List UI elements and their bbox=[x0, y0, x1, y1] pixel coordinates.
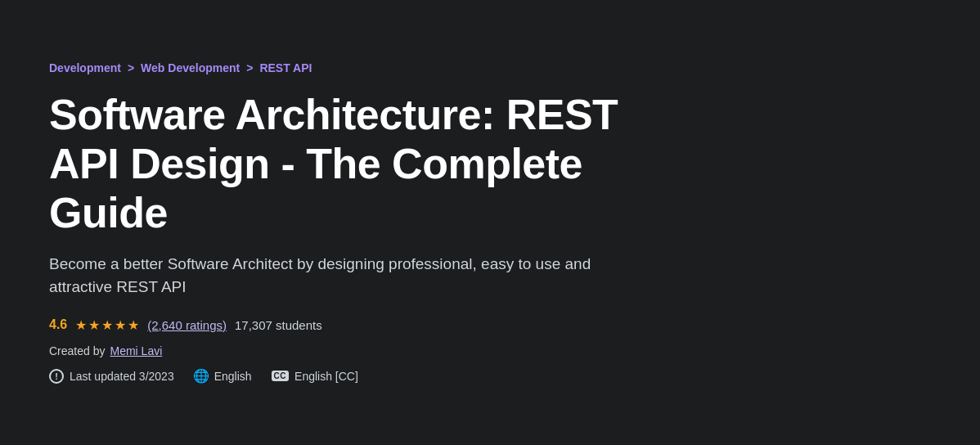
breadcrumb-web-development[interactable]: Web Development bbox=[141, 61, 240, 74]
cc-icon: CC bbox=[272, 371, 289, 381]
language-text: English bbox=[214, 370, 252, 383]
instructor-link[interactable]: Memi Lavi bbox=[110, 344, 162, 357]
created-by-row: Created by Memi Lavi bbox=[49, 344, 654, 357]
course-title: Software Architecture: REST API Design -… bbox=[49, 91, 654, 237]
star-half: ★ bbox=[128, 317, 139, 333]
course-header: Development > Web Development > REST API… bbox=[0, 22, 704, 422]
breadcrumb-rest-api[interactable]: REST API bbox=[259, 61, 312, 74]
star-1: ★ bbox=[75, 317, 87, 333]
students-count: 17,307 students bbox=[235, 318, 322, 332]
breadcrumb-separator-2: > bbox=[246, 61, 253, 74]
breadcrumb-development[interactable]: Development bbox=[49, 61, 121, 74]
created-by-label: Created by bbox=[49, 344, 105, 357]
star-4: ★ bbox=[115, 317, 126, 333]
breadcrumb: Development > Web Development > REST API bbox=[49, 61, 654, 74]
alert-icon: ! bbox=[49, 369, 64, 384]
meta-row: ! Last updated 3/2023 🌐 English CC Engli… bbox=[49, 369, 654, 384]
last-updated-text: Last updated 3/2023 bbox=[70, 370, 174, 383]
globe-icon: 🌐 bbox=[194, 369, 209, 384]
ratings-link[interactable]: (2,640 ratings) bbox=[147, 318, 227, 332]
captions-text: English [CC] bbox=[294, 370, 358, 383]
meta-captions: CC English [CC] bbox=[272, 370, 358, 383]
breadcrumb-separator-1: > bbox=[128, 61, 134, 74]
ratings-row: 4.6 ★ ★ ★ ★ ★ (2,640 ratings) 17,307 stu… bbox=[49, 317, 654, 333]
meta-last-updated: ! Last updated 3/2023 bbox=[49, 369, 174, 384]
course-subtitle: Become a better Software Architect by de… bbox=[49, 253, 605, 299]
meta-language: 🌐 English bbox=[194, 369, 252, 384]
star-3: ★ bbox=[101, 317, 113, 333]
rating-score: 4.6 bbox=[49, 317, 67, 332]
star-2: ★ bbox=[88, 317, 100, 333]
star-rating: ★ ★ ★ ★ ★ bbox=[75, 317, 139, 333]
